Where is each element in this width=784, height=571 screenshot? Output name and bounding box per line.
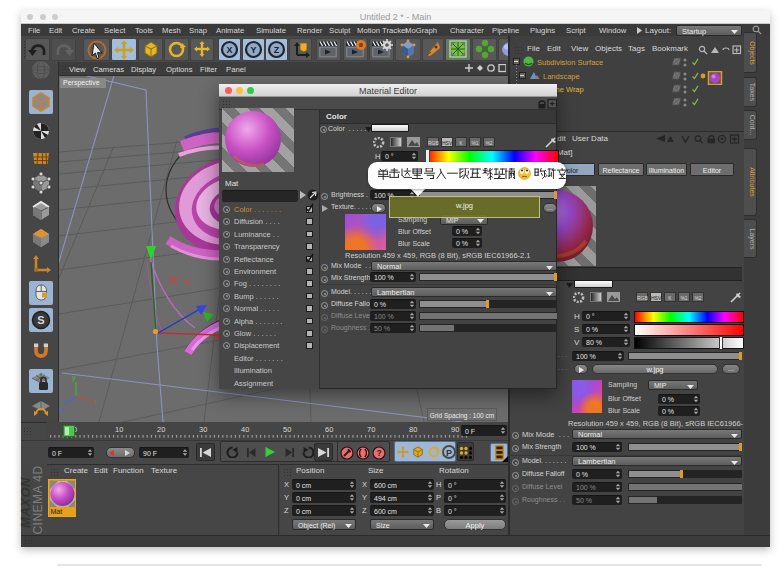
svg-text:x: x (92, 398, 96, 405)
svg-text:S: S (37, 314, 44, 326)
svg-text:z: z (60, 406, 64, 413)
svg-text:X: X (226, 45, 232, 55)
svg-text:y: y (72, 374, 76, 382)
svg-text:P: P (446, 448, 452, 458)
svg-text:Y: Y (250, 45, 256, 55)
svg-text:Z: Z (274, 45, 280, 55)
